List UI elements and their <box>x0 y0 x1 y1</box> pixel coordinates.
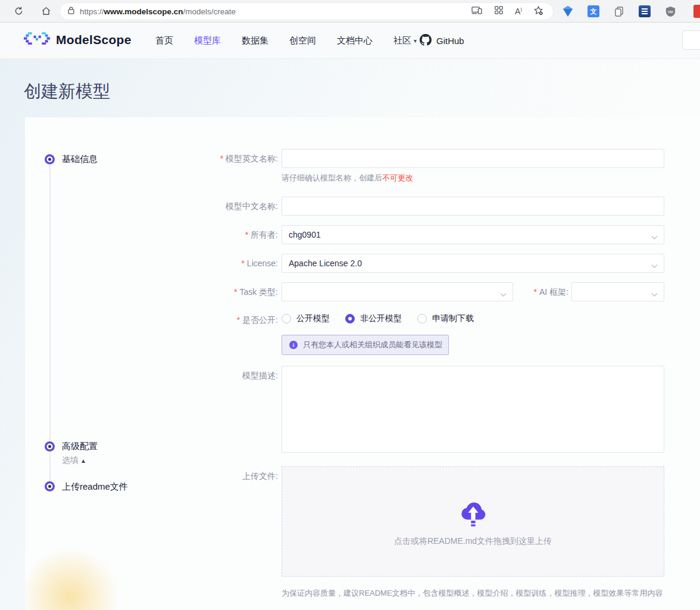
step-upload-readme[interactable]: 上传readme文件 <box>62 481 128 493</box>
readme-quality-hint: 为保证内容质量，建议README文档中，包含模型概述，模型介绍，模型训练，模型推… <box>282 588 663 599</box>
nav-item-community[interactable]: 社区▾ <box>393 35 417 46</box>
github-link[interactable]: GitHub <box>420 23 464 59</box>
owner-label: *所有者: <box>25 230 278 241</box>
triangle-up-icon: ▲ <box>80 458 86 464</box>
step-dot-readme <box>48 485 51 488</box>
model-en-name-input[interactable] <box>282 149 664 168</box>
refresh-button[interactable] <box>10 2 27 20</box>
nav-item-docs[interactable]: 文档中心 <box>337 35 373 46</box>
radio-request-download[interactable]: 申请制下载 <box>417 313 474 324</box>
radio-icon <box>417 314 427 323</box>
visibility-info-text: 只有您本人或相关组织成员能看见该模型 <box>303 340 442 350</box>
task-type-select[interactable] <box>282 282 513 301</box>
chevron-down-icon <box>651 290 658 299</box>
logo-wordmark: ModelScope <box>56 33 132 47</box>
chevron-down-icon <box>651 232 658 242</box>
github-icon <box>420 34 432 48</box>
github-label: GitHub <box>436 36 464 46</box>
model-name-hint: 请仔细确认模型名称，创建后不可更改 <box>282 173 413 183</box>
visibility-info-box: i 只有您本人或相关组织成员能看见该模型 <box>282 335 449 355</box>
radio-private-model[interactable]: 非公开模型 <box>345 313 402 324</box>
nav-item-home[interactable]: 首页 <box>155 35 173 46</box>
nav-item-datasets[interactable]: 数据集 <box>242 35 268 46</box>
nav-item-models[interactable]: 模型库 <box>194 35 221 46</box>
site-header: ModelScope 首页 模型库 数据集 创空间 文档中心 社区▾ GitHu… <box>0 23 700 59</box>
chevron-down-icon: ▾ <box>414 38 417 44</box>
partial-search-box[interactable] <box>682 30 700 50</box>
license-select[interactable]: Apache License 2.0 <box>282 254 664 273</box>
send-to-devices-icon[interactable] <box>471 6 483 17</box>
create-model-panel: 基础信息 高级配置 选填▲ 上传readme文件 *模型英文名称: 请仔细确认模… <box>25 117 700 610</box>
radio-public-model[interactable]: 公开模型 <box>282 313 330 324</box>
add-favorite-icon[interactable] <box>533 5 543 18</box>
browser-toolbar: https://www.modelscope.cn/models/create … <box>0 0 700 23</box>
reader-icon[interactable] <box>639 5 651 17</box>
model-description-textarea[interactable] <box>282 366 664 453</box>
step-advanced-optional-toggle[interactable]: 选填▲ <box>62 455 86 466</box>
step-advanced-config[interactable]: 高级配置 <box>62 441 98 452</box>
model-description-label: 模型描述: <box>25 371 278 381</box>
modelscope-logo[interactable]: ModelScope <box>24 32 132 47</box>
radio-icon <box>282 314 291 323</box>
owner-select[interactable]: chg0901 <box>282 225 664 244</box>
visibility-radio-group: 公开模型 非公开模型 申请制下载 <box>282 313 474 324</box>
partial-red-icon[interactable] <box>693 5 700 18</box>
page-body: 创建新模型 基础信息 高级配置 选填▲ 上传readme文件 *模型英文名称: … <box>0 59 700 610</box>
modelscope-logo-icon <box>24 32 50 47</box>
visibility-label: *是否公开: <box>25 315 278 326</box>
radio-icon <box>345 314 355 323</box>
dropzone-text: 点击或将README.md文件拖拽到这里上传 <box>394 536 552 547</box>
nav-item-studios[interactable]: 创空间 <box>289 35 316 46</box>
svg-text:UO: UO <box>668 10 673 13</box>
ai-framework-label: *AI 框架: <box>497 287 568 298</box>
shield-icon[interactable]: UO <box>664 5 676 17</box>
license-label: *License: <box>25 259 278 268</box>
chevron-down-icon <box>651 261 658 270</box>
ai-framework-select[interactable] <box>571 282 664 301</box>
url-text: https://www.modelscope.cn/models/create <box>80 7 236 16</box>
lock-icon <box>67 6 75 17</box>
read-aloud-icon[interactable]: A) <box>515 7 522 16</box>
page-title: 创建新模型 <box>24 80 110 104</box>
cloud-upload-icon <box>458 497 489 530</box>
model-en-name-label: *模型英文名称: <box>25 154 278 164</box>
translate-icon[interactable]: 文 <box>588 5 599 17</box>
extensions-area: 文 UO <box>562 0 676 23</box>
home-icon <box>41 6 51 16</box>
address-bar[interactable]: https://www.modelscope.cn/models/create … <box>60 2 554 20</box>
model-cn-name-input[interactable] <box>282 197 664 216</box>
refresh-icon <box>14 6 24 16</box>
task-type-label: *Task 类型: <box>25 287 278 298</box>
upload-file-label: 上传文件: <box>25 471 278 482</box>
copy-pages-icon[interactable] <box>613 5 625 17</box>
nav-divider <box>408 36 408 46</box>
step-dot-advanced <box>48 445 51 448</box>
model-cn-name-label: 模型中文名称: <box>25 201 278 212</box>
home-button[interactable] <box>37 2 55 20</box>
extension-blue-icon[interactable] <box>562 5 574 17</box>
readme-upload-dropzone[interactable]: 点击或将README.md文件拖拽到这里上传 <box>282 466 664 577</box>
info-icon: i <box>289 341 298 349</box>
collections-icon[interactable] <box>494 5 504 17</box>
